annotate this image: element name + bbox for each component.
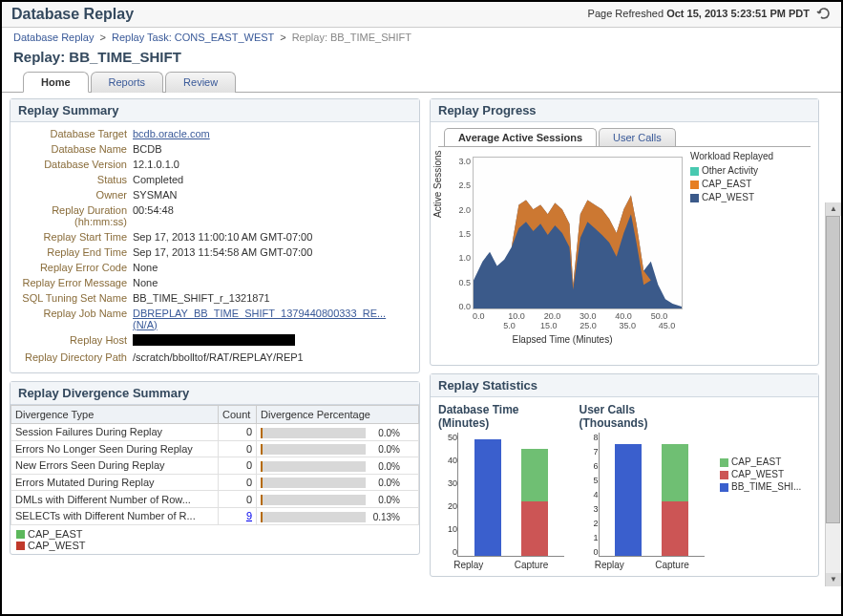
pct-text: 0.0% bbox=[366, 428, 400, 438]
pct-text: 0.13% bbox=[366, 512, 400, 522]
breadcrumb-link-root[interactable]: Database Replay bbox=[13, 32, 94, 43]
ytick: 8 bbox=[580, 433, 599, 442]
tab-reports[interactable]: Reports bbox=[91, 72, 164, 93]
replay-statistics-header: Replay Statistics bbox=[431, 374, 818, 397]
summary-value: 12.1.0.1.0 bbox=[133, 159, 411, 170]
xtick: 40.0 bbox=[615, 311, 650, 321]
progress-plot-area bbox=[473, 157, 683, 309]
divergence-type-cell: DMLs with Different Number of Row... bbox=[11, 491, 219, 508]
ytick: 2.0 bbox=[452, 205, 471, 215]
summary-link[interactable]: DBREPLAY_BB_TIME_SHIFT_1379440800333_RE.… bbox=[133, 308, 386, 330]
divergence-count-cell: 0 bbox=[219, 440, 257, 457]
breadcrumb-link-task[interactable]: Replay Task: CONS_EAST_WEST bbox=[112, 32, 274, 43]
ytick: 4 bbox=[580, 490, 599, 499]
legend-cap-east-prog-icon bbox=[690, 181, 699, 189]
divergence-count-cell: 0 bbox=[219, 424, 257, 441]
tab-user-calls[interactable]: User Calls bbox=[599, 128, 676, 146]
summary-label: Replay Error Message bbox=[18, 277, 133, 288]
scroll-down-icon[interactable]: ▼ bbox=[826, 573, 841, 586]
replay-progress-header: Replay Progress bbox=[431, 99, 818, 122]
xtick: 10.0 bbox=[508, 311, 543, 321]
summary-row: Replay Directory Path/scratch/bbolltof/R… bbox=[18, 351, 411, 363]
replay-subtitle: Replay: BB_TIME_SHIFT bbox=[2, 47, 841, 71]
summary-row: Replay Host bbox=[18, 334, 411, 348]
summary-value: 00:54:48 bbox=[133, 204, 411, 227]
divergence-pct-cell: 0.0% bbox=[257, 474, 419, 491]
divergence-type-cell: Errors No Longer Seen During Replay bbox=[11, 440, 219, 457]
pct-bar bbox=[261, 478, 366, 488]
progress-legend: Workload Replayed Other Activity CAP_EAS… bbox=[686, 151, 811, 342]
summary-value bbox=[133, 334, 411, 348]
vertical-scrollbar[interactable]: ▲ ▼ bbox=[825, 202, 840, 586]
ytick: 7 bbox=[580, 447, 599, 457]
stats-legend-cap-west-label: CAP_WEST bbox=[731, 469, 784, 479]
ytick: 6 bbox=[580, 461, 599, 471]
db-time-title: Database Time (Minutes) bbox=[438, 403, 564, 430]
legend-other-activity-label: Other Activity bbox=[702, 165, 758, 176]
stats-legend: CAP_EAST CAP_WEST BB_TIME_SHI... bbox=[720, 403, 811, 570]
user-calls-replay-bar bbox=[615, 444, 642, 556]
ytick: 0.0 bbox=[452, 302, 471, 311]
stats-legend-cap-east-label: CAP_EAST bbox=[731, 457, 781, 467]
summary-label: Replay Duration (hh:mm:ss) bbox=[18, 204, 133, 227]
main-tabs: Home Reports Review bbox=[2, 71, 841, 93]
summary-value: bcdb.oracle.com bbox=[133, 128, 411, 139]
ytick: 2.5 bbox=[452, 181, 471, 190]
divergence-pct-cell: 0.0% bbox=[257, 440, 419, 457]
summary-label: Owner bbox=[18, 189, 133, 201]
divergence-pct-cell: 0.13% bbox=[257, 507, 419, 524]
tab-home[interactable]: Home bbox=[23, 72, 89, 93]
summary-row: Replay Error CodeNone bbox=[18, 262, 411, 273]
ytick: 0 bbox=[438, 547, 457, 557]
scroll-thumb[interactable] bbox=[826, 216, 840, 523]
pct-bar bbox=[261, 461, 366, 472]
pct-text: 0.0% bbox=[366, 478, 400, 488]
progress-xlabel: Elapsed Time (Minutes) bbox=[438, 334, 686, 345]
divergence-table: Divergence Type Count Divergence Percent… bbox=[11, 405, 419, 525]
progress-chart: Active Sessions 3.02.52.01.51.00.50.0 0.… bbox=[438, 151, 686, 342]
xtick: 45.0 bbox=[647, 321, 686, 330]
breadcrumb-current: Replay: BB_TIME_SHIFT bbox=[292, 32, 411, 43]
refresh-icon[interactable] bbox=[816, 6, 832, 23]
divergence-count-cell[interactable]: 9 bbox=[219, 507, 257, 524]
summary-row: Database Targetbcdb.oracle.com bbox=[18, 128, 411, 139]
breadcrumb: Database Replay > Replay Task: CONS_EAST… bbox=[2, 28, 841, 47]
table-row: DMLs with Different Number of Row...00.0… bbox=[11, 491, 419, 508]
ytick: 40 bbox=[438, 456, 457, 465]
legend-cap-west-icon bbox=[16, 542, 25, 550]
replay-statistics-panel: Replay Statistics Database Time (Minutes… bbox=[430, 373, 819, 577]
xtick: 25.0 bbox=[568, 321, 607, 330]
ytick: 0.5 bbox=[452, 278, 471, 287]
tab-avg-active-sessions[interactable]: Average Active Sessions bbox=[444, 128, 597, 146]
xtick: 50.0 bbox=[651, 311, 686, 321]
user-calls-title: User Calls (Thousands) bbox=[580, 403, 706, 430]
summary-label: Replay Job Name bbox=[18, 308, 133, 330]
table-row: New Errors Seen During Replay00.0% bbox=[11, 457, 419, 475]
summary-label: SQL Tuning Set Name bbox=[18, 292, 133, 304]
stats-legend-cap-east-icon bbox=[720, 458, 728, 467]
stats-legend-bb-time-shift-label: BB_TIME_SHI... bbox=[731, 481, 801, 492]
divergence-panel: Replay Divergence Summary Divergence Typ… bbox=[10, 381, 420, 555]
divergence-pct-cell: 0.0% bbox=[257, 457, 419, 475]
user-calls-x-replay: Replay bbox=[595, 560, 624, 570]
summary-row: StatusCompleted bbox=[18, 174, 411, 185]
summary-row: OwnerSYSMAN bbox=[18, 189, 411, 201]
replay-progress-panel: Replay Progress Average Active Sessions … bbox=[430, 98, 819, 366]
table-row: Errors Mutated During Replay00.0% bbox=[11, 474, 419, 491]
divergence-legend: CAP_EAST CAP_WEST bbox=[11, 525, 419, 554]
scroll-up-icon[interactable]: ▲ bbox=[826, 202, 841, 216]
pct-bar bbox=[261, 512, 366, 522]
ytick: 50 bbox=[438, 433, 457, 442]
db-time-capture-bar bbox=[521, 449, 548, 556]
tab-review[interactable]: Review bbox=[165, 72, 236, 93]
summary-value: DBREPLAY_BB_TIME_SHIFT_1379440800333_RE.… bbox=[133, 308, 411, 330]
xtick: 0.0 bbox=[473, 311, 508, 321]
divergence-count-link[interactable]: 9 bbox=[246, 510, 252, 521]
legend-cap-west-prog-icon bbox=[690, 194, 699, 202]
table-row: Session Failures During Replay00.0% bbox=[11, 424, 419, 441]
summary-link[interactable]: bcdb.oracle.com bbox=[133, 128, 210, 139]
summary-value: None bbox=[133, 262, 411, 273]
pct-text: 0.0% bbox=[366, 444, 400, 455]
summary-row: Replay Start TimeSep 17, 2013 11:00:10 A… bbox=[18, 231, 411, 243]
xtick: 15.0 bbox=[529, 321, 568, 330]
